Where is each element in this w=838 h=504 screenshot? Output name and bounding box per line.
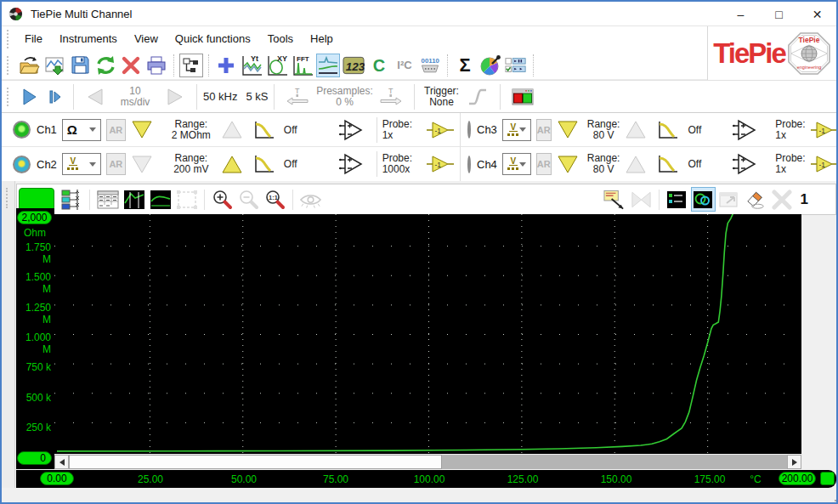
axis-color-chip[interactable] (19, 188, 54, 211)
cursor-graph-button[interactable] (122, 187, 146, 212)
zoom-reset-button[interactable]: 1:1 (263, 187, 287, 212)
zoom-in-button[interactable] (210, 187, 235, 212)
ch1-led[interactable] (13, 121, 31, 139)
presamples-display[interactable]: Presamples: 0 % (314, 86, 374, 108)
ch2-led[interactable] (13, 156, 31, 173)
scrollbar-thumb[interactable] (69, 455, 442, 469)
presamples-decrease-button[interactable]: T (280, 84, 314, 110)
ch3-unit-dropdown[interactable]: V (502, 119, 531, 141)
ch4-coupling-button[interactable] (727, 151, 762, 177)
sum-button[interactable]: Σ (453, 54, 477, 77)
menu-quick-functions[interactable]: Quick functions (167, 30, 259, 48)
ch1-autorange-button[interactable]: AR (106, 119, 126, 141)
ch1-unit-dropdown[interactable]: Ω (62, 119, 101, 141)
start-button[interactable] (16, 84, 43, 110)
ch2-coupling-button[interactable] (333, 151, 369, 177)
oneshot-button[interactable] (43, 84, 67, 110)
x-axis-min-field[interactable]: 0.00 (40, 472, 74, 485)
reference-graph-button[interactable] (148, 187, 173, 212)
visibility-button[interactable] (298, 187, 323, 212)
popout-button[interactable] (717, 187, 742, 212)
minimize-button[interactable]: – (722, 2, 760, 26)
ch1-probe-display[interactable]: Probe: 1x (382, 119, 422, 141)
ch3-range-display[interactable]: Range: 80 V (587, 119, 620, 141)
ch1-filter-button[interactable] (248, 117, 280, 143)
line-graph-button[interactable] (316, 54, 340, 77)
y-axis-min-field[interactable]: 0 (17, 451, 52, 465)
meter-button[interactable]: 123 (342, 54, 365, 77)
export-image-button[interactable] (42, 54, 66, 77)
object-tree-button[interactable] (179, 54, 203, 77)
ch1-range-down-button[interactable] (126, 117, 158, 143)
crescent-button[interactable]: C (367, 54, 391, 77)
yt-graph-button[interactable]: Yt (240, 54, 263, 77)
ch1-invert-button[interactable]: -1 (422, 117, 459, 143)
axes-settings-button[interactable] (59, 187, 84, 212)
ch2-probe-display[interactable]: Probe: 1000x (382, 153, 422, 175)
ch3-filter-button[interactable] (652, 117, 684, 143)
ch3-invert-button[interactable]: -1 (806, 117, 838, 143)
clear-graph-button[interactable] (770, 187, 795, 212)
remove-comment-button[interactable] (629, 187, 654, 212)
xy-graph-button[interactable]: XY (265, 54, 289, 77)
print-button[interactable] (144, 54, 168, 77)
menu-instruments[interactable]: Instruments (51, 30, 126, 48)
menu-file[interactable]: File (16, 30, 51, 48)
ch4-range-down-button[interactable] (552, 151, 584, 177)
zoom-out-button[interactable] (236, 187, 261, 212)
ch2-invert-button[interactable]: -1 (422, 151, 459, 177)
trigger-slope-button[interactable] (461, 84, 494, 110)
ch3-led[interactable] (467, 121, 471, 139)
ch2-filter-button[interactable] (248, 151, 280, 177)
fft-graph-button[interactable]: FFT (291, 54, 314, 77)
ch2-autorange-button[interactable]: AR (106, 153, 126, 175)
ch2-unit-dropdown[interactable]: V (62, 153, 101, 175)
add-graph-button[interactable] (214, 54, 238, 77)
legend-button[interactable] (665, 187, 689, 212)
ch3-range-down-button[interactable] (552, 117, 584, 143)
ch4-filter-button[interactable] (652, 151, 684, 177)
ch4-led[interactable] (467, 156, 471, 173)
refresh-button[interactable] (93, 54, 117, 77)
table-view-button[interactable] (95, 187, 120, 212)
scroll-left-button[interactable] (54, 455, 69, 469)
close-button[interactable]: ✕ (798, 2, 836, 26)
menu-help[interactable]: Help (302, 30, 342, 48)
ch2-range-display[interactable]: Range: 200 mV (167, 153, 216, 175)
ch2-range-down-button[interactable] (126, 151, 158, 177)
ch4-range-up-button[interactable] (620, 151, 652, 177)
color-scheme-button[interactable] (478, 54, 502, 77)
presamples-increase-button[interactable]: T (374, 84, 408, 110)
ch3-autorange-button[interactable]: AR (536, 119, 552, 141)
open-button[interactable] (17, 54, 41, 77)
io-indicator-button[interactable] (691, 187, 716, 212)
ch1-coupling-button[interactable] (333, 117, 369, 143)
selection-button[interactable] (174, 187, 199, 212)
ch3-range-up-button[interactable] (620, 117, 652, 143)
ch4-probe-display[interactable]: Probe: 1x (775, 153, 805, 175)
maximize-button[interactable]: □ (760, 2, 798, 26)
ch2-range-up-button[interactable] (216, 151, 248, 177)
save-button[interactable] (68, 54, 92, 77)
resize-grip[interactable] (827, 499, 837, 504)
ch1-range-display[interactable]: Range: 2 MOhm (167, 119, 216, 141)
eraser-button[interactable] (744, 187, 768, 212)
horizontal-scrollbar[interactable] (54, 455, 801, 469)
instrument-panel-button[interactable] (507, 84, 539, 110)
record-length-value[interactable]: 5 kS (246, 90, 268, 103)
sample-rate-value[interactable]: 50 kHz (203, 90, 237, 103)
ch1-range-up-button[interactable] (216, 117, 248, 143)
delete-button[interactable] (119, 54, 143, 77)
ch3-coupling-button[interactable] (727, 117, 762, 143)
ch4-range-display[interactable]: Range: 80 V (587, 153, 620, 175)
autorun-settings-button[interactable] (504, 54, 528, 77)
timebase-increase-button[interactable] (160, 84, 190, 110)
menu-view[interactable]: View (126, 30, 167, 48)
timebase-display[interactable]: 10 ms/div (110, 86, 160, 108)
add-comment-button[interactable] (603, 187, 627, 212)
trigger-display[interactable]: Trigger: None (421, 86, 461, 108)
serial-monitor-button[interactable]: 00110 (418, 54, 442, 77)
ch4-unit-dropdown[interactable]: V (502, 153, 531, 175)
ch4-invert-button[interactable]: -1 (806, 151, 838, 177)
i2c-button[interactable]: I²C (393, 54, 416, 77)
